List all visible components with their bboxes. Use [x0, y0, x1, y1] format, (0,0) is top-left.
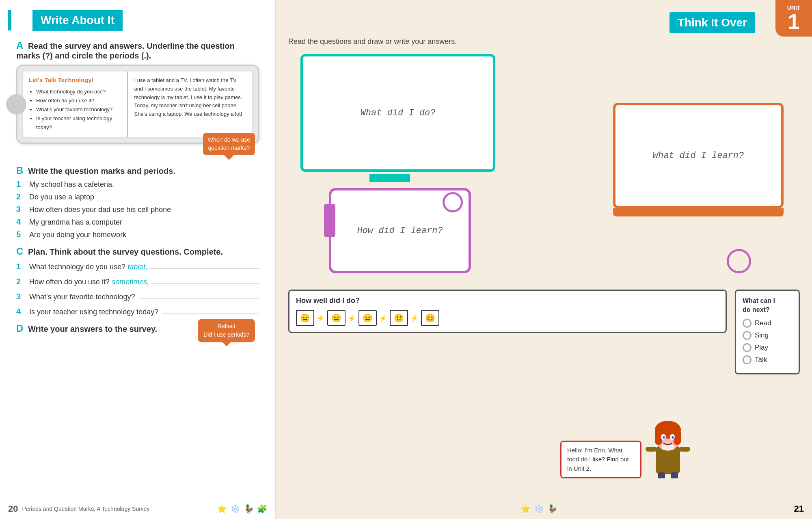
- footer-star-icon: ⭐: [520, 504, 531, 514]
- svg-rect-13: [679, 447, 690, 452]
- c-a2: sometimes,: [112, 278, 149, 286]
- b-item-2: Do you use a laptop: [29, 193, 94, 201]
- list-item: 2 How often do you use it? sometimes,: [16, 275, 259, 286]
- tablet-q1: What technology do you use?: [36, 87, 122, 96]
- emoji-card-4: 🙂: [390, 310, 408, 326]
- what-next-box: What can Ido next? Read Sing Play Talk: [735, 290, 800, 374]
- section-c-instruction: Plan. Think about the survey questions. …: [28, 247, 223, 256]
- tablet-q4: Is your teacher using technology today?: [36, 114, 122, 132]
- c-line4: [162, 305, 259, 314]
- phone-circle-1: [443, 192, 463, 212]
- right-panel: UNIT 1 Think It Over Read the questions …: [276, 0, 812, 519]
- reflect-text: ReflectDid I use periods?: [203, 323, 249, 338]
- radio-label-sing: Sing: [755, 331, 769, 340]
- write-about-it-title: Write About It: [41, 14, 114, 26]
- what-next-title: What can Ido next?: [743, 296, 792, 315]
- tablet-questions-list: What technology do you use? How often do…: [29, 87, 122, 132]
- section-a-label: A Read the survey and answers. Underline…: [16, 40, 259, 61]
- radio-circle-play[interactable]: [743, 343, 752, 352]
- reflect-bubble: ReflectDid I use periods?: [198, 319, 255, 346]
- c-q4: Is your teacher using technology today?: [29, 308, 160, 316]
- emoji-4: 🙂: [394, 313, 404, 323]
- b-item-4: My grandma has a computer: [29, 218, 122, 227]
- tablet-title: Let's Talk Technology!: [29, 76, 122, 83]
- c-a1: tablet,: [127, 263, 147, 271]
- radio-sing: Sing: [743, 331, 792, 340]
- svg-rect-14: [658, 472, 665, 478]
- svg-rect-15: [671, 472, 678, 478]
- footer-icons-left: ⭐ ❄️ 🦆 🧩: [217, 504, 267, 514]
- left-footer-caption: Periods and Question Marks; A Technology…: [22, 506, 149, 512]
- bubble-text: When do we usequestion marks?: [208, 136, 250, 151]
- snowflake-icon: ❄️: [230, 504, 240, 514]
- tablet-side-button: [6, 94, 26, 115]
- duck-icon: 🦆: [244, 504, 254, 514]
- svg-point-10: [672, 437, 674, 438]
- radio-read: Read: [743, 319, 792, 328]
- character-speech-text: Hello! I'm Erin. What food do I like? Fi…: [567, 447, 629, 472]
- think-it-over-title: Think It Over: [678, 16, 747, 29]
- right-header-area: Think It Over: [288, 8, 800, 33]
- laptop-device: What did I learn?: [613, 103, 784, 208]
- monitor-device: What did I do?: [300, 54, 495, 172]
- radio-circle-read[interactable]: [743, 319, 752, 328]
- emoji-3: 😐: [363, 313, 373, 323]
- footer-icons-right: ⭐ ❄️ 🦆: [520, 504, 557, 514]
- left-page-number: 20: [8, 504, 18, 514]
- emoji-card-3: 😐: [358, 310, 377, 326]
- list-item: 4 Is your teacher using technology today…: [16, 305, 259, 316]
- emoji-5: 😊: [425, 313, 435, 323]
- emoji-card-1: 😑: [296, 310, 314, 326]
- monitor-stand: [369, 174, 410, 182]
- lightning-3: ⚡: [379, 314, 387, 322]
- lightning-2: ⚡: [348, 314, 356, 322]
- svg-rect-11: [662, 445, 674, 450]
- left-header-bar: Write About It: [32, 10, 123, 31]
- section-d-instruction: Write your answers to the survey.: [28, 324, 157, 333]
- c-q3: What's your favorite technology?: [29, 293, 137, 301]
- c-line3: [139, 290, 259, 299]
- how-well-box: How well did I do? 😑 ⚡ 😐 ⚡ 😐 ⚡ 🙂 ⚡: [288, 290, 727, 333]
- speech-bubble-question-marks: When do we usequestion marks?: [203, 133, 255, 160]
- phone-label: How did I learn?: [357, 226, 443, 236]
- radio-talk: Talk: [743, 355, 792, 364]
- unit-number: 1: [788, 11, 800, 32]
- c-q2: How often do you use it?: [29, 278, 112, 286]
- laptop-label: What did I learn?: [653, 151, 744, 161]
- radio-play: Play: [743, 343, 792, 352]
- c-line2: [151, 275, 259, 284]
- phone-side-button: [324, 204, 335, 237]
- phone-circle-2: [727, 249, 751, 273]
- section-b-letter: B: [16, 165, 23, 176]
- character-erin: [646, 409, 690, 478]
- footer-duck-icon: 🦆: [547, 504, 557, 514]
- tablet-q2: How often do you use it?: [36, 96, 122, 105]
- right-instruction: Read the questions and draw or write you…: [288, 37, 800, 46]
- star-icon: ⭐: [217, 504, 227, 514]
- b-item-1: My school has a cafeteria.: [29, 180, 114, 189]
- left-panel: Write About It A Read the survey and ans…: [0, 0, 276, 519]
- puzzle-icon: 🧩: [257, 504, 267, 514]
- emoji-1: 😑: [300, 313, 310, 323]
- list-item: 3 What's your favorite technology?: [16, 290, 259, 301]
- emoji-card-2: 😐: [327, 310, 346, 326]
- emoji-2: 😐: [331, 313, 341, 323]
- section-a-instruction: Read the survey and answers. Underline t…: [16, 41, 235, 60]
- c-q1: What technology do you use?: [29, 263, 127, 271]
- footer-snowflake-icon: ❄️: [534, 504, 544, 514]
- radio-label-read: Read: [755, 319, 771, 327]
- section-b-instruction: Write the question marks and periods.: [28, 167, 175, 175]
- section-b-label: B Write the question marks and periods.: [16, 165, 259, 176]
- character-area: Hello! I'm Erin. What food do I like? Fi…: [560, 409, 690, 478]
- list-item: 1 What technology do you use? tablet,: [16, 260, 259, 271]
- svg-point-9: [663, 437, 665, 438]
- section-c-letter: C: [16, 246, 23, 257]
- section-b: B Write the question marks and periods. …: [16, 165, 259, 239]
- tablet-illustration: Let's Talk Technology! What technology d…: [16, 65, 259, 144]
- section-a-letter: A: [16, 40, 23, 51]
- character-speech-box: Hello! I'm Erin. What food do I like? Fi…: [560, 441, 641, 479]
- lightning-4: ⚡: [410, 314, 419, 322]
- section-c: C Plan. Think about the survey questions…: [16, 246, 259, 316]
- radio-circle-sing[interactable]: [743, 331, 752, 340]
- radio-circle-talk[interactable]: [743, 355, 752, 364]
